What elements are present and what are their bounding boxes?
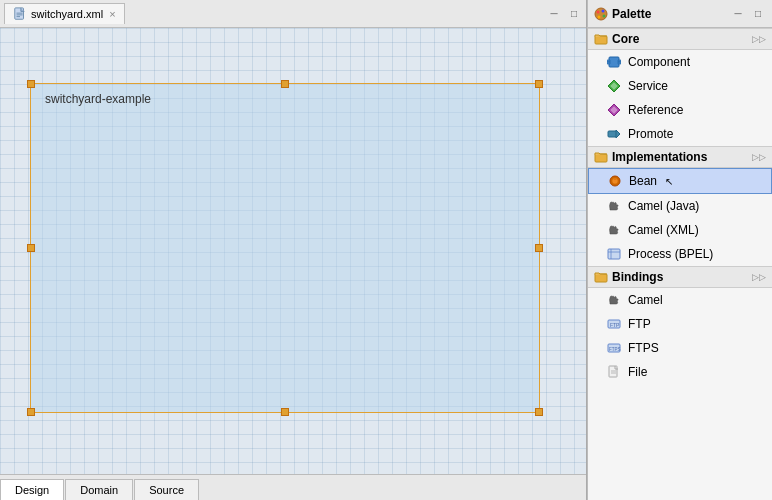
svg-point-7 [603, 14, 606, 17]
palette-section-implementations: Implementations ▷▷ Bean ↖ [588, 146, 772, 266]
svg-rect-24 [608, 249, 620, 259]
svg-rect-14 [618, 62, 621, 64]
file-binding-svg [607, 365, 621, 379]
palette-item-ftps[interactable]: FTPS FTPS [588, 336, 772, 360]
bean-svg [608, 174, 622, 188]
service-label: Service [628, 79, 668, 93]
palette-section-implementations-header[interactable]: Implementations ▷▷ [588, 146, 772, 168]
process-bpel-icon [606, 246, 622, 262]
editor-tab-bar: switchyard.xml × ─ □ [0, 0, 586, 28]
palette-item-process-bpel[interactable]: Process (BPEL) [588, 242, 772, 266]
camel-binding-label: Camel [628, 293, 663, 307]
service-svg [607, 79, 621, 93]
handle-tl[interactable] [27, 80, 35, 88]
editor-tab[interactable]: switchyard.xml × [4, 3, 125, 24]
camel-binding-icon [606, 292, 622, 308]
palette-section-core: Core ▷▷ Component [588, 28, 772, 146]
process-bpel-svg [607, 247, 621, 261]
palette-section-implementations-label: Implementations [612, 150, 748, 164]
palette-section-core-label: Core [612, 32, 748, 46]
palette-minimize-btn[interactable]: ─ [730, 6, 746, 22]
palette-section-core-header[interactable]: Core ▷▷ [588, 28, 772, 50]
palette-item-file[interactable]: File [588, 360, 772, 384]
editor-tab-label: switchyard.xml [31, 8, 103, 20]
tab-controls: ─ □ [546, 6, 582, 22]
reference-icon [606, 102, 622, 118]
promote-icon [606, 126, 622, 142]
camel-java-label: Camel (Java) [628, 199, 699, 213]
handle-tr[interactable] [535, 80, 543, 88]
cursor-indicator: ↖ [665, 176, 673, 187]
promote-label: Promote [628, 127, 673, 141]
file-icon [13, 7, 27, 21]
service-icon [606, 78, 622, 94]
palette-item-camel-java[interactable]: Camel (Java) [588, 194, 772, 218]
palette-item-camel-binding[interactable]: Camel [588, 288, 772, 312]
palette-item-reference[interactable]: Reference [588, 98, 772, 122]
camel-xml-label: Camel (XML) [628, 223, 699, 237]
minimize-btn[interactable]: ─ [546, 6, 562, 22]
camel-xml-icon [606, 222, 622, 238]
ftp-icon: FTP [606, 316, 622, 332]
core-expand-icon: ▷▷ [752, 34, 766, 44]
maximize-btn[interactable]: □ [566, 6, 582, 22]
bindings-expand-icon: ▷▷ [752, 272, 766, 282]
svg-point-5 [597, 10, 600, 13]
palette-controls: ─ □ [730, 6, 766, 22]
svg-marker-20 [616, 130, 620, 138]
palette-item-ftp[interactable]: FTP FTP [588, 312, 772, 336]
tab-design[interactable]: Design [0, 479, 64, 500]
palette-icon [594, 7, 608, 21]
promote-svg [607, 127, 621, 141]
palette-item-promote[interactable]: Promote [588, 122, 772, 146]
editor-tab-close[interactable]: × [109, 8, 115, 20]
handle-mr[interactable] [535, 244, 543, 252]
palette-item-component[interactable]: Component [588, 50, 772, 74]
ftps-svg: FTPS [607, 341, 621, 355]
palette-section-bindings: Bindings ▷▷ Camel FTP [588, 266, 772, 384]
svg-point-6 [602, 9, 605, 12]
process-bpel-label: Process (BPEL) [628, 247, 713, 261]
file-binding-icon [606, 364, 622, 380]
reference-svg [607, 103, 621, 117]
palette-maximize-btn[interactable]: □ [750, 6, 766, 22]
component-svg [607, 55, 621, 69]
svg-rect-9 [595, 36, 607, 44]
implementations-expand-icon: ▷▷ [752, 152, 766, 162]
bottom-tab-bar: Design Domain Source [0, 474, 586, 500]
palette-section-bindings-header[interactable]: Bindings ▷▷ [588, 266, 772, 288]
handle-tc[interactable] [281, 80, 289, 88]
tab-source[interactable]: Source [134, 479, 199, 500]
component-icon [606, 54, 622, 70]
handle-br[interactable] [535, 408, 543, 416]
svg-text:FTPS: FTPS [609, 347, 621, 352]
svg-text:FTP: FTP [610, 322, 620, 328]
folder-icon-implementations [594, 150, 608, 164]
handle-ml[interactable] [27, 244, 35, 252]
tab-domain[interactable]: Domain [65, 479, 133, 500]
svg-rect-27 [595, 274, 607, 282]
handle-bc[interactable] [281, 408, 289, 416]
ftps-label: FTPS [628, 341, 659, 355]
editor-canvas[interactable]: switchyard-example [0, 28, 586, 474]
camel-binding-svg [607, 293, 621, 307]
svg-rect-12 [607, 62, 610, 64]
camel-java-svg [607, 199, 621, 213]
palette-body: Core ▷▷ Component [588, 28, 772, 500]
editor-panel: switchyard.xml × ─ □ switchyard-example … [0, 0, 587, 500]
component-label: Component [628, 55, 690, 69]
palette-item-bean[interactable]: Bean ↖ [588, 168, 772, 194]
bean-label: Bean [629, 174, 657, 188]
palette-title: Palette [612, 7, 726, 21]
palette-item-camel-xml[interactable]: Camel (XML) [588, 218, 772, 242]
ftp-label: FTP [628, 317, 651, 331]
svg-point-8 [598, 15, 601, 18]
palette-header: Palette ─ □ [588, 0, 772, 28]
palette-item-service[interactable]: Service [588, 74, 772, 98]
diagram-box[interactable]: switchyard-example [30, 83, 540, 413]
svg-rect-32 [609, 366, 617, 377]
bean-icon [607, 173, 623, 189]
diagram-label: switchyard-example [45, 92, 151, 106]
reference-label: Reference [628, 103, 683, 117]
handle-bl[interactable] [27, 408, 35, 416]
